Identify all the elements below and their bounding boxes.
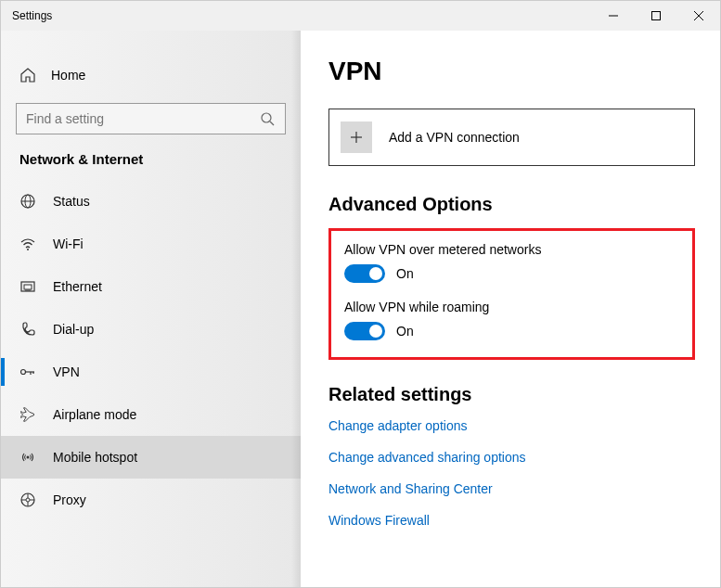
toggle-metered: Allow VPN over metered networks On: [344, 242, 679, 283]
sidebar-item-ethernet[interactable]: Ethernet: [1, 265, 301, 308]
page-title: VPN: [328, 57, 692, 86]
category-heading: Network & Internet: [1, 151, 301, 180]
minimize-button[interactable]: [592, 1, 635, 31]
sidebar-item-label: Airplane mode: [53, 407, 136, 422]
home-icon: [19, 67, 36, 83]
sidebar-item-vpn[interactable]: VPN: [1, 351, 301, 393]
sidebar-item-label: VPN: [53, 364, 80, 379]
related-settings-heading: Related settings: [328, 384, 692, 405]
vpn-icon: [19, 364, 36, 380]
sidebar-item-label: Ethernet: [53, 279, 102, 294]
link-windows-firewall[interactable]: Windows Firewall: [328, 513, 692, 528]
wifi-icon: [19, 236, 36, 252]
link-network-sharing-center[interactable]: Network and Sharing Center: [328, 481, 692, 496]
hotspot-icon: [19, 449, 36, 466]
sidebar-item-label: Mobile hotspot: [53, 450, 137, 465]
svg-rect-11: [24, 285, 32, 289]
svg-rect-1: [652, 12, 661, 20]
toggle-state: On: [396, 324, 414, 339]
sidebar-item-label: Wi-Fi: [53, 236, 84, 251]
toggle-switch-metered[interactable]: [344, 264, 385, 283]
sidebar-item-proxy[interactable]: Proxy: [1, 479, 301, 521]
status-icon: [19, 193, 36, 210]
sidebar-item-hotspot[interactable]: Mobile hotspot: [1, 436, 301, 479]
svg-point-4: [262, 113, 271, 122]
link-advanced-sharing[interactable]: Change advanced sharing options: [328, 450, 692, 465]
home-nav[interactable]: Home: [1, 57, 301, 94]
advanced-options-heading: Advanced Options: [328, 194, 692, 215]
titlebar: Settings: [1, 1, 720, 31]
toggle-switch-roaming[interactable]: [344, 322, 385, 340]
svg-point-21: [26, 498, 30, 502]
ethernet-icon: [19, 278, 36, 295]
sidebar-item-dialup[interactable]: Dial-up: [1, 308, 301, 351]
svg-point-15: [21, 370, 26, 375]
close-button[interactable]: [677, 1, 720, 31]
sidebar-item-wifi[interactable]: Wi-Fi: [1, 223, 301, 265]
link-adapter-options[interactable]: Change adapter options: [328, 418, 692, 433]
toggle-label: Allow VPN while roaming: [344, 300, 679, 314]
sidebar-item-label: Status: [53, 194, 90, 209]
toggle-label: Allow VPN over metered networks: [344, 242, 679, 257]
nav-list: Status Wi-Fi Ethernet Dial-up: [1, 180, 301, 521]
add-vpn-button[interactable]: Add a VPN connection: [328, 109, 695, 166]
search-icon: [259, 110, 276, 127]
related-links: Change adapter options Change advanced s…: [328, 418, 692, 528]
toggle-roaming: Allow VPN while roaming On: [344, 300, 679, 340]
highlight-box: Allow VPN over metered networks On Allow…: [328, 228, 695, 360]
plus-icon: [341, 121, 372, 153]
app-name: Settings: [1, 9, 301, 22]
dialup-icon: [19, 321, 36, 338]
sidebar: Home Network & Internet Status Wi-: [1, 31, 301, 587]
home-label: Home: [51, 68, 85, 83]
airplane-icon: [19, 406, 36, 423]
sidebar-item-label: Proxy: [53, 492, 86, 507]
svg-line-5: [270, 121, 274, 125]
proxy-icon: [19, 492, 36, 508]
main-panel: VPN Add a VPN connection Advanced Option…: [301, 31, 720, 587]
sidebar-item-label: Dial-up: [53, 322, 94, 337]
sidebar-item-status[interactable]: Status: [1, 180, 301, 223]
sidebar-item-airplane[interactable]: Airplane mode: [1, 393, 301, 436]
svg-point-19: [27, 456, 30, 459]
add-vpn-label: Add a VPN connection: [389, 130, 520, 145]
svg-point-9: [27, 249, 29, 250]
search-box[interactable]: [16, 103, 286, 134]
maximize-button[interactable]: [635, 1, 677, 31]
toggle-state: On: [396, 266, 414, 281]
search-input[interactable]: [26, 111, 259, 126]
